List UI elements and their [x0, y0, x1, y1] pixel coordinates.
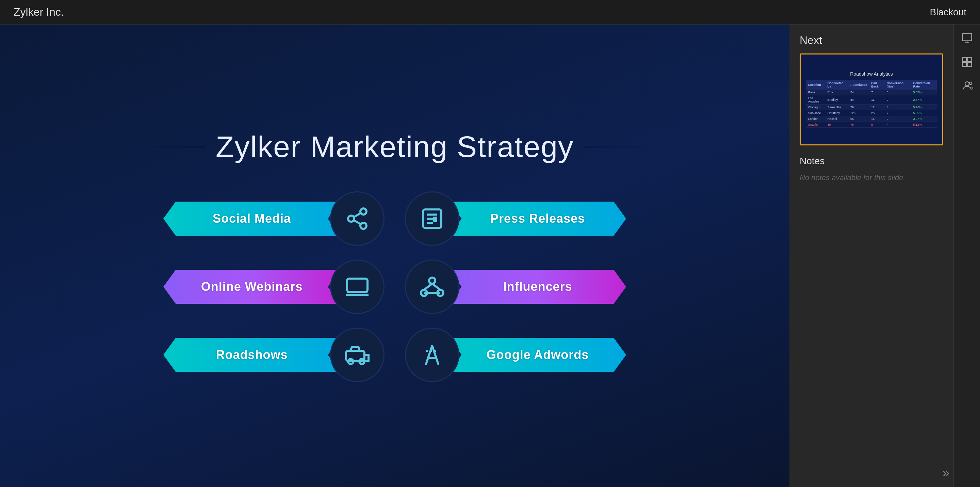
slides-view-button[interactable]	[957, 28, 977, 48]
next-slide-header: Next	[789, 24, 953, 53]
slide-area: Zylker Marketing Strategy Social Media	[0, 24, 789, 487]
col-attendance: Attendance	[848, 80, 869, 89]
press-releases-label: Press Releases	[490, 211, 585, 226]
right-side-panel: Next Roadshow Analytics Location Conduct…	[789, 24, 980, 487]
app-title: Zylker Inc.	[14, 6, 64, 18]
social-media-circle	[330, 192, 385, 246]
item-social-media[interactable]: Social Media	[163, 192, 374, 246]
roadshows-label: Roadshows	[216, 348, 288, 362]
table-body: ParisRoy54735.55% Los AngelesBradley8411…	[806, 89, 937, 128]
slide-title: Zylker Marketing Strategy	[216, 129, 574, 164]
van-icon	[345, 343, 369, 367]
svg-rect-9	[433, 217, 437, 222]
grid-view-button[interactable]	[957, 52, 977, 72]
svg-rect-10	[347, 279, 368, 292]
col-conversion-rate: Conversion Rate	[911, 80, 937, 89]
item-online-webinars[interactable]: Online Webinars	[163, 260, 374, 314]
online-webinars-circle	[330, 260, 385, 314]
press-releases-bar: Press Releases	[449, 201, 626, 236]
svg-point-1	[348, 216, 354, 222]
influencers-label: Influencers	[503, 279, 572, 294]
items-grid: Social Media Pr	[89, 192, 701, 382]
influencers-circle	[405, 260, 460, 314]
top-bar: Zylker Inc. Blackout	[0, 0, 980, 24]
table-row: ParisRoy54735.55%	[806, 89, 937, 95]
col-conversion-nos: Conversion (Nos)	[885, 80, 911, 89]
table-header-row: Location Conducted by Attendance Call Ba…	[806, 80, 937, 89]
svg-line-3	[354, 220, 361, 224]
roadshows-bar: Roadshows	[163, 338, 340, 372]
right-content: Next Roadshow Analytics Location Conduct…	[789, 24, 953, 487]
svg-line-4	[354, 213, 361, 217]
svg-point-32	[965, 82, 969, 86]
table-row: LondonRachel651423.07%	[806, 116, 937, 122]
online-webinars-label: Online Webinars	[201, 279, 302, 294]
sidebar-icons	[953, 24, 980, 487]
people-view-button[interactable]	[957, 76, 977, 96]
roadshows-circle	[330, 327, 385, 382]
table-row: San JoseCourtney1262575.55%	[806, 110, 937, 116]
table-row: ChicagoSamantha761245.26%	[806, 105, 937, 110]
analytics-table: Location Conducted by Attendance Call Ba…	[806, 80, 937, 128]
next-label: Next	[800, 34, 822, 46]
col-location: Location	[806, 80, 826, 89]
svg-rect-29	[967, 57, 972, 62]
items-row-2: Online Webinars Influencers	[89, 260, 701, 314]
google-adwords-bar: Google Adwords	[449, 338, 626, 372]
svg-point-13	[429, 278, 435, 284]
blackout-button[interactable]: Blackout	[930, 7, 966, 18]
item-google-adwords[interactable]: Google Adwords	[415, 327, 626, 382]
chevron-right-icon[interactable]: »	[943, 466, 950, 480]
col-callback: Call Back	[869, 80, 885, 89]
thumb-title: Roadshow Analytics	[850, 71, 892, 77]
item-influencers[interactable]: Influencers	[415, 260, 626, 314]
adwords-icon	[420, 343, 444, 367]
network-icon	[420, 275, 444, 299]
share-icon	[345, 206, 369, 231]
svg-rect-30	[962, 63, 966, 67]
news-icon	[420, 206, 444, 231]
influencers-bar: Influencers	[449, 270, 626, 304]
social-media-label: Social Media	[213, 211, 291, 226]
svg-rect-25	[962, 34, 972, 41]
svg-point-2	[360, 223, 366, 229]
social-media-bar: Social Media	[163, 201, 340, 236]
items-row-3: Roadshows	[89, 327, 701, 382]
col-conducted-by: Conducted by	[826, 80, 848, 89]
press-releases-circle	[405, 192, 460, 246]
svg-point-33	[969, 82, 972, 85]
table-row: Los AngelesBradley841122.37%	[806, 95, 937, 105]
notes-section: Notes No notes available for this slide.	[789, 145, 953, 192]
item-roadshows[interactable]: Roadshows	[163, 327, 374, 382]
main-layout: Zylker Marketing Strategy Social Media	[0, 24, 980, 487]
table-row-highlight: SeattleTom78845.12%	[806, 122, 937, 128]
laptop-icon	[345, 275, 369, 299]
svg-point-0	[360, 208, 366, 214]
items-row-1: Social Media Pr	[89, 192, 701, 246]
svg-line-17	[432, 284, 440, 290]
notes-empty-text: No notes available for this slide.	[800, 173, 943, 182]
next-slide-thumbnail[interactable]: Roadshow Analytics Location Conducted by…	[800, 53, 943, 145]
online-webinars-bar: Online Webinars	[163, 270, 340, 304]
google-adwords-circle	[405, 327, 460, 382]
svg-line-16	[424, 284, 432, 290]
svg-rect-31	[967, 63, 972, 67]
google-adwords-label: Google Adwords	[487, 348, 589, 362]
svg-rect-28	[962, 57, 966, 62]
item-press-releases[interactable]: Press Releases	[415, 192, 626, 246]
notes-title: Notes	[800, 156, 943, 166]
